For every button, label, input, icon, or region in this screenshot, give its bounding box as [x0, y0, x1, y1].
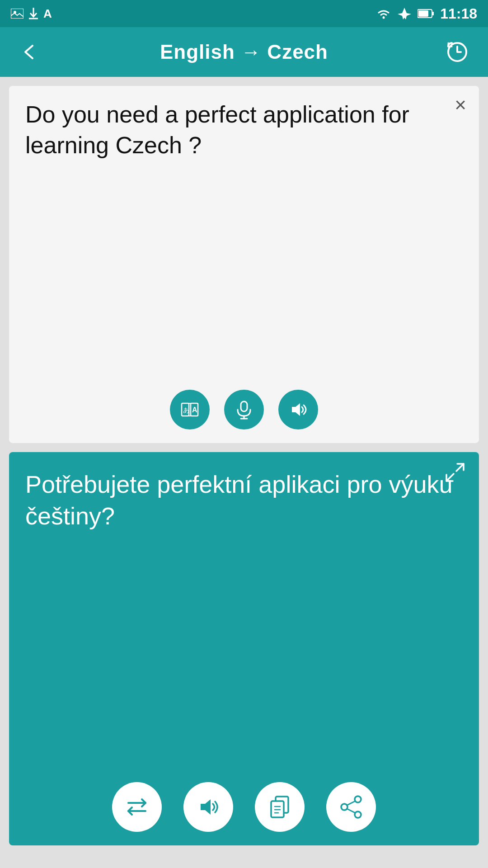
translate-button[interactable]: A あ — [170, 390, 210, 429]
expand-icon — [444, 461, 466, 484]
share-button[interactable] — [326, 782, 376, 832]
time-display: 11:18 — [440, 5, 477, 22]
airplane-status-icon — [398, 7, 411, 20]
history-icon — [446, 40, 469, 64]
svg-marker-22 — [201, 799, 211, 815]
copy-icon — [267, 795, 292, 819]
back-button[interactable] — [14, 36, 47, 68]
svg-rect-0 — [11, 9, 23, 19]
svg-text:A: A — [192, 406, 197, 414]
nav-bar: English → Czech — [0, 27, 488, 77]
nav-title: English → Czech — [160, 41, 328, 63]
svg-line-32 — [347, 809, 355, 813]
swap-icon — [125, 795, 149, 819]
translation-panel: Potřebujete perfektní aplikaci pro výuku… — [9, 452, 479, 845]
svg-text:A: A — [43, 8, 52, 19]
status-icons-left: A — [11, 8, 55, 19]
photo-icon — [11, 9, 23, 19]
font-icon: A — [43, 8, 55, 19]
source-text[interactable]: Do you need a perfect application for le… — [25, 99, 463, 160]
status-bar: A 11:18 — [0, 0, 488, 27]
microphone-button[interactable] — [224, 390, 264, 429]
svg-line-21 — [446, 474, 454, 481]
svg-line-31 — [347, 801, 355, 805]
svg-rect-7 — [432, 12, 434, 15]
speaker-icon — [288, 400, 308, 420]
svg-marker-19 — [292, 403, 300, 416]
source-panel: × Do you need a perfect application for … — [9, 86, 479, 443]
download-icon — [29, 8, 38, 19]
copy-button[interactable] — [255, 782, 305, 832]
translation-text[interactable]: Potřebujete perfektní aplikaci pro výuku… — [25, 468, 463, 532]
svg-rect-8 — [418, 10, 428, 17]
history-button[interactable] — [441, 36, 474, 68]
swap-button[interactable] — [112, 782, 162, 832]
svg-text:あ: あ — [183, 406, 189, 414]
share-icon — [339, 795, 363, 819]
svg-rect-16 — [241, 401, 247, 411]
svg-line-20 — [456, 464, 464, 471]
close-button[interactable]: × — [455, 95, 466, 115]
svg-point-5 — [383, 17, 385, 19]
translate-icon: A あ — [180, 400, 200, 420]
wifi-status-icon — [376, 7, 391, 20]
mic-icon — [234, 400, 254, 420]
speaker-translation-icon — [196, 795, 221, 819]
battery-status-icon — [418, 9, 434, 19]
expand-button[interactable] — [444, 461, 466, 484]
source-actions: A あ — [25, 385, 463, 429]
speak-translation-button[interactable] — [183, 782, 233, 832]
status-icons-right: 11:18 — [376, 5, 477, 22]
speak-source-button[interactable] — [278, 390, 318, 429]
translation-actions — [25, 778, 463, 832]
